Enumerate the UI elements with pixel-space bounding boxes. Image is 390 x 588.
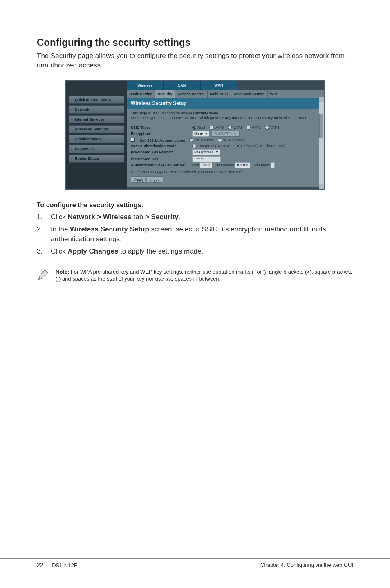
step-2: 2. In the Wireless Security Setup screen… <box>37 224 353 244</box>
step-text: Click Apply Changes to apply the setting… <box>51 247 353 256</box>
psk-format-select[interactable]: Passphrase <box>192 149 220 155</box>
step-bold: > Security <box>145 213 179 221</box>
step-fragment: tab <box>132 213 145 221</box>
sidebar-item-diagnostic[interactable]: Diagnostic <box>69 145 124 153</box>
psk-format-label: Pre-Shared Key Format: <box>131 150 192 154</box>
note-text: Note: For WPA pre-shared key and WEP key… <box>56 268 353 283</box>
scroll-thumb[interactable] <box>319 114 323 138</box>
panel-body: This page is used to configure wireless … <box>127 109 324 187</box>
step-fragment: In the <box>51 225 70 233</box>
panel-description: This page is used to configure wireless … <box>131 111 320 123</box>
step-fragment: Click <box>51 247 68 255</box>
sidebar-item-network[interactable]: Network <box>69 105 124 114</box>
step-fragment: . <box>179 213 181 221</box>
wpa-enterprise-radio[interactable]: Enterprise (RADIUS) <box>192 144 232 148</box>
use-8021x-label: Use 802.1x Authentication <box>140 139 186 143</box>
wpa-personal-radio[interactable]: Personal (Pre-Shared Key) <box>236 144 285 148</box>
ssid-root-radio[interactable]: Root <box>192 126 205 130</box>
step-3: 3. Click Apply Changes to apply the sett… <box>37 247 353 256</box>
sidebar-item-internet-services[interactable]: Internet Services <box>69 115 124 123</box>
steps-heading: To configure the security settings: <box>37 202 353 209</box>
step-number: 3. <box>37 247 51 256</box>
top-tabs: Wireless LAN WAN <box>127 81 324 90</box>
tab-advanced-setting[interactable]: Advanced Setting <box>231 90 268 98</box>
psk-label: Pre-Shared Key: <box>131 157 192 161</box>
step-bold: Wireless Security Setup <box>70 225 149 233</box>
tab-wireless[interactable]: Wireless <box>127 81 164 90</box>
scroll-up-icon[interactable] <box>319 97 324 102</box>
tab-multi-ssid[interactable]: Multi-SSID <box>208 90 231 98</box>
note-body: For WPA pre-shared key and WEP key setti… <box>56 269 352 282</box>
sidebar-item-label: Router Status <box>75 157 99 161</box>
steps-list: 1. Click Network > Wireless tab > Securi… <box>37 212 353 256</box>
encryption-label: Encryption: <box>131 132 192 136</box>
step-text: In the Wireless Security Setup screen, s… <box>51 224 353 244</box>
ssid-vap1-radio[interactable]: VAP1 <box>228 126 242 130</box>
ssid-type-label: SSID Type: <box>131 126 192 130</box>
panel-note: Note: When encryption WEP is selected, y… <box>131 170 320 174</box>
step-number: 2. <box>37 224 51 244</box>
sidebar-item-label: Diagnostic <box>75 147 94 151</box>
intro-text: The Security page allows you to configur… <box>37 52 353 70</box>
set-wep-key-button[interactable]: Set WEP Key <box>212 131 240 137</box>
sidebar: Quick Internet Setup Network Internet Se… <box>66 81 127 190</box>
scrollbar[interactable] <box>319 97 324 190</box>
step-bold: Network > Wireless <box>68 213 132 221</box>
sidebar-item-label: Advanced Settings <box>75 127 108 131</box>
sub-tabs: Basic Setting Security Access Control Mu… <box>127 90 324 98</box>
tab-wan[interactable]: WAN <box>200 81 237 90</box>
radius-ip-input[interactable]: 0.0.0.0 <box>235 162 250 168</box>
ssid-vap3-radio[interactable]: VAP3 <box>265 126 279 130</box>
tab-basic-setting[interactable]: Basic Setting <box>127 90 155 98</box>
encryption-select[interactable]: None <box>192 131 209 137</box>
scroll-down-icon[interactable] <box>319 184 324 189</box>
panel-heading: Wireless Security Setup <box>127 98 324 109</box>
page-footer: 22 DSL-N12E Chapter 4: Configuring via t… <box>0 558 390 568</box>
ssid-vap0-radio[interactable]: VAP0 <box>209 126 224 130</box>
note-box: Note: For WPA pre-shared key and WEP key… <box>37 265 353 286</box>
psk-input[interactable]: •••••••• <box>192 156 221 162</box>
pencil-icon <box>37 268 50 281</box>
model-name: DSL-N12E <box>52 562 77 568</box>
radius-label: Authentication RADIUS Server: <box>131 163 192 167</box>
chapter-label: Chapter 4: Configuring via the web GUI <box>260 562 353 568</box>
sidebar-item-label: Administration <box>75 137 101 141</box>
sidebar-item-quick-setup[interactable]: Quick Internet Setup <box>69 96 124 104</box>
note-lead: Note: <box>56 269 69 275</box>
tab-lan[interactable]: LAN <box>164 81 200 90</box>
router-screenshot: Quick Internet Setup Network Internet Se… <box>65 80 325 191</box>
tab-wps[interactable]: WPS <box>268 90 282 98</box>
step-number: 1. <box>37 212 51 222</box>
wpa-mode-label: WPA Authentication Mode: <box>131 144 192 148</box>
page-number: 22 <box>37 562 43 568</box>
tab-access-control[interactable]: Access Control <box>175 90 208 98</box>
sidebar-item-label: Network <box>75 108 90 112</box>
step-fragment: Click <box>51 213 68 221</box>
page-title: Configuring the security settings <box>37 37 353 48</box>
step-bold: Apply Changes <box>68 247 119 255</box>
ssid-vap2-radio[interactable]: VAP2 <box>247 126 261 130</box>
radius-password-label: Password <box>254 163 271 167</box>
sidebar-item-label: Quick Internet Setup <box>75 98 111 102</box>
step-fragment: to apply the settings made. <box>118 247 203 255</box>
main-panel: Wireless LAN WAN Basic Setting Security … <box>127 81 324 190</box>
sidebar-item-administration[interactable]: Administration <box>69 135 124 143</box>
sidebar-item-router-status[interactable]: Router Status <box>69 155 124 163</box>
radius-password-input[interactable] <box>271 162 275 168</box>
use-8021x-checkbox[interactable] <box>131 138 136 142</box>
sidebar-item-label: Internet Services <box>75 117 105 121</box>
sidebar-item-advanced-settings[interactable]: Advanced Settings <box>69 125 124 133</box>
apply-changes-button[interactable]: Apply Changes <box>131 176 163 183</box>
step-text: Click Network > Wireless tab > Security. <box>51 212 353 222</box>
radius-port-input[interactable]: 1812 <box>200 162 212 168</box>
step-1: 1. Click Network > Wireless tab > Securi… <box>37 212 353 222</box>
wep128-radio[interactable]: WEP 128bits <box>218 138 244 142</box>
tab-security[interactable]: Security <box>155 90 175 98</box>
wep64-radio[interactable]: WEP 64bits <box>189 138 214 142</box>
radius-ip-label: IP address <box>216 163 234 167</box>
radius-port-label: Port <box>192 163 199 167</box>
